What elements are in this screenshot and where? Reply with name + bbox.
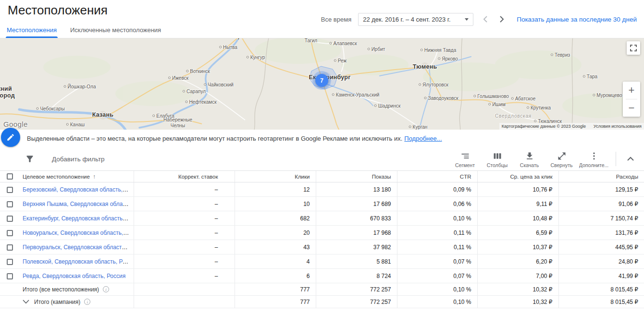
location-link[interactable]: Ревда, Свердловская область, Россия (23, 273, 125, 279)
clicks-cell: 43 (235, 240, 316, 254)
zoom-controls: + − (623, 82, 640, 117)
filter-icon[interactable] (25, 154, 35, 164)
toolbar-segment-button[interactable]: Сегмент (449, 150, 481, 168)
map-attribution: Картографические данные © 2023 Google Ус… (499, 123, 644, 130)
cost-cell: 129,15 ₽ (558, 182, 644, 197)
bid-adjustment-cell: – (134, 226, 235, 240)
cpc-cell: 6,59 ₽ (477, 226, 558, 240)
table-toolbar: Добавить фильтр СегментСтолбцыСкачатьСве… (0, 147, 644, 170)
table-row: Полевской, Свердловская область, Россия–… (0, 254, 644, 269)
bid-adjustment-cell: – (134, 240, 235, 254)
ctr-cell: 0,06 % (397, 197, 477, 211)
location-link[interactable]: Верхняя Пышма, Свердловская область, Рос… (23, 201, 134, 207)
ctr-cell: 0,11 % (397, 226, 477, 240)
clicks-cell: 20 (235, 226, 316, 240)
location-link[interactable]: Первоуральск, Свердловская область, Росс… (23, 244, 134, 251)
all-locations-total-row: Итого (все местоположения)i777772 2570,1… (0, 283, 644, 296)
impressions-total-cell: 772 257 (316, 283, 397, 296)
location-link[interactable]: Полевской, Свердловская область, Россия (23, 258, 134, 265)
cost-cell: 24,80 ₽ (558, 254, 644, 269)
fullscreen-button[interactable] (627, 41, 640, 55)
toolbar-expand-button[interactable]: Свернуть (545, 150, 578, 168)
ctr-cell: 0,11 % (397, 240, 477, 254)
cost-cell: 41,99 ₽ (558, 269, 644, 283)
tab-locations[interactable]: Местоположения (7, 22, 57, 38)
notice-text: Выделенные области – это места, на котор… (27, 135, 442, 142)
impressions-cell: 5 881 (316, 254, 397, 269)
cpc-cell: 10,37 ₽ (477, 240, 558, 254)
sort-ascending-icon[interactable]: ↑ (93, 173, 96, 180)
impressions-cell: 670 833 (316, 211, 397, 226)
cost-cell: 445,95 ₽ (558, 240, 644, 254)
cpc-cell: 6,20 ₽ (477, 254, 558, 269)
column-header-label[interactable]: Ср. цена за клик (477, 171, 558, 182)
info-icon[interactable]: i (103, 286, 109, 292)
next-period-button[interactable] (495, 13, 508, 25)
column-header-label[interactable]: Показы (316, 171, 397, 182)
column-header-label[interactable]: Клики (235, 171, 316, 182)
table-header-row: Целевое местоположение↑Коррект. ставокКл… (0, 171, 644, 182)
date-range-area: Все время 22 дек. 2016 г. – 4 сент. 2023… (321, 12, 637, 26)
terms-of-use-link[interactable]: Условия использования (594, 124, 642, 129)
google-logo: Google (3, 120, 28, 128)
table-row: Березовский, Свердловская область, Росси… (0, 182, 644, 197)
expand-icon (557, 151, 567, 161)
page-title: Местоположения (8, 3, 108, 18)
location-link[interactable]: Екатеринбург, Свердловская область, Росс… (23, 215, 134, 222)
column-header-target-location[interactable]: Целевое местоположение↑ (22, 171, 134, 182)
add-filter-button[interactable]: Добавить фильтр (52, 156, 105, 163)
impressions-total-cell: 772 257 (316, 296, 397, 308)
column-header-label[interactable]: CTR (397, 171, 477, 182)
locations-page: Местоположения Все время 22 дек. 2016 г.… (0, 0, 644, 314)
column-header-label[interactable]: Расходы (558, 171, 644, 182)
impressions-cell: 8 724 (316, 269, 397, 283)
toolbar-download-button[interactable]: Скачать (513, 150, 545, 168)
edit-pencil-icon[interactable] (1, 128, 20, 147)
zoom-in-button[interactable]: + (623, 82, 640, 99)
ctr-total-cell: 0,10 % (397, 283, 477, 296)
learn-more-link[interactable]: Подробнее... (404, 135, 442, 142)
chevron-down-icon[interactable] (23, 300, 29, 304)
map-cluster-marker[interactable]: 7 (315, 74, 328, 87)
impressions-cell: 13 180 (316, 182, 397, 197)
info-icon[interactable]: i (84, 299, 90, 305)
time-range-label: Все время (321, 16, 351, 23)
zoom-out-button[interactable]: − (623, 99, 640, 117)
cpc-total-cell: 10,32 ₽ (477, 283, 558, 296)
cpc-cell: 7,00 ₽ (477, 269, 558, 283)
show-last-30-days-link[interactable]: Показать данные за последние 30 дней (517, 16, 637, 23)
ctr-cell: 0,10 % (397, 211, 477, 226)
column-header-label: Целевое местоположение (23, 174, 90, 180)
collapse-table-button[interactable] (620, 150, 641, 168)
column-header-label[interactable]: Коррект. ставок (134, 171, 235, 182)
row-checkbox[interactable] (7, 230, 13, 236)
more-vert-icon (589, 151, 599, 161)
row-checkbox[interactable] (7, 273, 13, 279)
impressions-cell: 17 968 (316, 226, 397, 240)
toolbar-columns-button[interactable]: Столбцы (481, 150, 513, 168)
clicks-total-cell: 777 (235, 296, 316, 308)
row-checkbox[interactable] (7, 216, 13, 222)
toolbar-more-vert-button[interactable]: Дополните... (578, 150, 610, 168)
ctr-cell: 0,07 % (397, 254, 477, 269)
row-checkbox[interactable] (7, 187, 13, 193)
location-link[interactable]: Березовский, Свердловская область, Росси… (23, 186, 134, 193)
row-checkbox[interactable] (7, 244, 13, 251)
bid-adjustment-cell: – (134, 254, 235, 269)
tab-excluded-locations[interactable]: Исключенные местоположения (70, 22, 161, 38)
location-link[interactable]: Новоуральск, Свердловская область, Росси… (23, 229, 134, 236)
ctr-cell: 0,07 % (397, 269, 477, 283)
tab-label: Местоположения (7, 26, 57, 34)
toolbar-action-label: Свернуть (550, 162, 572, 168)
bid-adjustment-cell: – (134, 182, 235, 197)
bid-adjustment-cell: – (134, 197, 235, 211)
row-checkbox[interactable] (7, 259, 13, 265)
toolbar-action-label: Скачать (520, 162, 539, 168)
date-range-selector[interactable]: 22 дек. 2016 г. – 4 сент. 2023 г. (358, 13, 473, 26)
cpc-cell: 10,48 ₽ (477, 211, 558, 226)
map[interactable]: ПермьНытваКунгурВоткинскИжевскЧайковский… (0, 38, 644, 130)
previous-period-button[interactable] (479, 13, 492, 25)
row-checkbox[interactable] (7, 201, 13, 207)
table-row: Новоуральск, Свердловская область, Росси… (0, 226, 644, 240)
select-all-checkbox[interactable] (7, 173, 13, 180)
